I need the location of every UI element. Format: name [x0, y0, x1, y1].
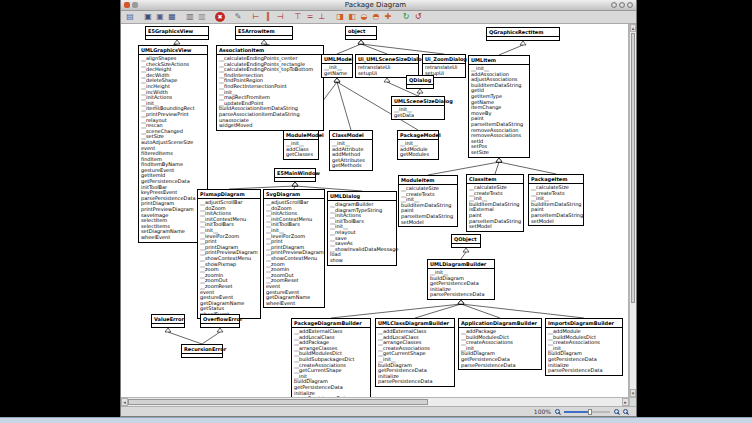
zoom-out-icon[interactable]: [555, 409, 560, 414]
class-member: getName: [324, 71, 350, 77]
grow-height-icon[interactable]: ◒: [359, 12, 369, 22]
align-left-icon[interactable]: ⊢: [251, 12, 261, 22]
zoom-reset-icon[interactable]: [623, 409, 628, 414]
class-box[interactable]: QObject: [451, 234, 481, 248]
class-box[interactable]: PixmapDiagram__adjustScrollBar__doZoom__…: [197, 189, 261, 319]
class-title: PackageModel: [398, 131, 438, 140]
maximize-button[interactable]: [619, 2, 625, 8]
grow-width-icon[interactable]: ◨: [335, 12, 345, 22]
class-box[interactable]: AssociationItem__calculateEndingPoints_c…: [216, 45, 324, 131]
class-title: AssociationItem: [217, 46, 323, 55]
relayout-icon[interactable]: ↺: [413, 12, 423, 22]
align-top-icon[interactable]: ⊤: [293, 12, 303, 22]
class-member: parsePersistenceData: [294, 396, 368, 397]
class-box[interactable]: QDialog: [406, 75, 434, 89]
inheritance-arrowhead: [292, 182, 298, 186]
close-window-button[interactable]: [627, 2, 633, 8]
align-hcenter-icon[interactable]: ‖: [263, 12, 273, 22]
class-title: ImportsDiagramBuilder: [546, 319, 622, 328]
class-members: __calculateEndingPoints_center__calculat…: [217, 55, 323, 130]
save-as-icon[interactable]: ▣: [155, 12, 165, 22]
inheritance-arrowhead: [334, 78, 340, 82]
class-member: parsePersistenceData: [461, 363, 539, 369]
class-box[interactable]: RecursionError: [181, 344, 223, 358]
zoom-slider[interactable]: [564, 408, 610, 416]
class-box[interactable]: OverflowError: [200, 314, 240, 328]
class-box[interactable]: UMLDiagramBuilder__init__buildDiagramget…: [427, 259, 495, 300]
open-icon[interactable]: ▤: [125, 12, 135, 22]
class-member: getMethods: [332, 163, 370, 169]
class-title: ModuleModel: [284, 131, 318, 140]
class-box[interactable]: ImportsDiagramBuilder__addModule__buildM…: [545, 318, 623, 376]
inheritance-arrowhead: [384, 78, 390, 82]
class-box[interactable]: QGraphicsRectItem: [486, 27, 560, 41]
shrink-width-icon[interactable]: ◧: [347, 12, 357, 22]
class-members: [275, 178, 315, 181]
class-box[interactable]: PackageModel__init__addModulegetModules: [397, 130, 439, 160]
toolbar: ▤▣▣▦▥▥✖✎⊢‖⊣⊤=⊥◨◧◒◓✚↻↺: [121, 11, 636, 24]
class-box[interactable]: SvgDiagram__adjustScrollBar__doZoom__ini…: [263, 189, 325, 308]
class-members: [201, 324, 239, 327]
horizontal-scroll-thumb[interactable]: [128, 399, 428, 405]
class-member: setModel: [531, 219, 581, 225]
diagram-canvas[interactable]: E5GraphicsViewE5ArrowItemobjectQGraphics…: [121, 24, 629, 397]
edit-icon[interactable]: ✎: [233, 12, 243, 22]
scroll-right-button[interactable]: ▸: [622, 398, 629, 406]
class-box[interactable]: UMLModel__init__getName: [321, 54, 353, 78]
close-icon[interactable]: ✖: [215, 12, 225, 22]
inheritance-edge: [361, 44, 444, 54]
class-box[interactable]: UMLSceneSizeDialog__init__getData: [391, 96, 445, 120]
zoom-slider-handle[interactable]: [588, 409, 592, 415]
class-title: object: [346, 27, 376, 36]
class-box[interactable]: UMLDialog__diagramBuilder__diagramTypeSt…: [327, 191, 397, 266]
class-box[interactable]: UMLItem__init__addAssociationadjustAssoc…: [468, 55, 530, 158]
inheritance-arrowhead: [174, 40, 180, 44]
class-box[interactable]: ModuleItem__calculateSize__createTexts__…: [398, 175, 458, 227]
class-box[interactable]: UMLClassDiagramBuilder__addExternalClass…: [375, 318, 455, 387]
scroll-down-button[interactable]: ▾: [630, 389, 636, 397]
class-member: getClasses: [286, 152, 316, 158]
shrink-height-icon[interactable]: ◓: [371, 12, 381, 22]
inheritance-arrowhead: [458, 300, 464, 304]
vertical-scroll-thumb[interactable]: [631, 33, 635, 303]
class-box[interactable]: E5ArrowItem: [235, 26, 293, 40]
align-vcenter-icon[interactable]: =: [305, 12, 315, 22]
inheritance-arrowhead: [520, 41, 526, 45]
class-member: getModules: [400, 152, 436, 158]
inheritance-edge: [331, 304, 461, 318]
class-title: UMLClassDiagramBuilder: [376, 319, 454, 328]
class-member: show: [330, 258, 394, 264]
class-title: OverflowError: [201, 315, 239, 324]
class-member: wheelEvent: [266, 301, 322, 307]
scroll-left-button[interactable]: ◂: [121, 398, 128, 406]
window-pin-icon[interactable]: [132, 2, 138, 8]
horizontal-scrollbar[interactable]: ◂ ▸: [121, 397, 629, 406]
align-bottom-icon[interactable]: ⊥: [317, 12, 327, 22]
print-preview-icon[interactable]: ▥: [197, 12, 207, 22]
title-bar[interactable]: Package Diagram: [121, 0, 636, 11]
class-box[interactable]: ApplicationDiagramBuilder__addPackage__b…: [458, 318, 542, 370]
class-box[interactable]: ValueError: [151, 314, 185, 328]
scroll-up-button[interactable]: ▴: [630, 24, 636, 32]
class-box[interactable]: PackageItem__calculateSize__createTexts_…: [528, 174, 584, 226]
vertical-scrollbar[interactable]: ▴ ▾: [629, 24, 636, 397]
align-right-icon[interactable]: ⊣: [275, 12, 285, 22]
class-title: UMLDiagramBuilder: [428, 260, 494, 269]
minimize-button[interactable]: [611, 2, 617, 8]
save-icon[interactable]: ▣: [143, 12, 153, 22]
class-box[interactable]: object: [345, 26, 377, 40]
rescan-icon[interactable]: ↻: [401, 12, 411, 22]
print-icon[interactable]: ▥: [185, 12, 195, 22]
save-image-icon[interactable]: ▦: [167, 12, 177, 22]
class-box[interactable]: ClassItem__calculateSize__createTexts__i…: [466, 174, 524, 232]
class-box[interactable]: E5MainWindow: [274, 168, 316, 182]
class-box[interactable]: E5GraphicsView: [145, 26, 209, 40]
class-title: ClassItem: [467, 175, 523, 184]
class-box[interactable]: ClassModel__init__addAttributeaddMethodg…: [329, 130, 373, 171]
class-box[interactable]: ModuleModel__init__addClassgetClasses: [283, 130, 319, 160]
window-menu-icon[interactable]: [124, 2, 130, 8]
class-box[interactable]: PackageDiagramBuilder__addExternalClass_…: [291, 318, 371, 397]
inheritance-arrowhead: [292, 182, 298, 186]
zoom-in-icon[interactable]: [614, 409, 619, 414]
resize-icon[interactable]: ✚: [383, 12, 393, 22]
